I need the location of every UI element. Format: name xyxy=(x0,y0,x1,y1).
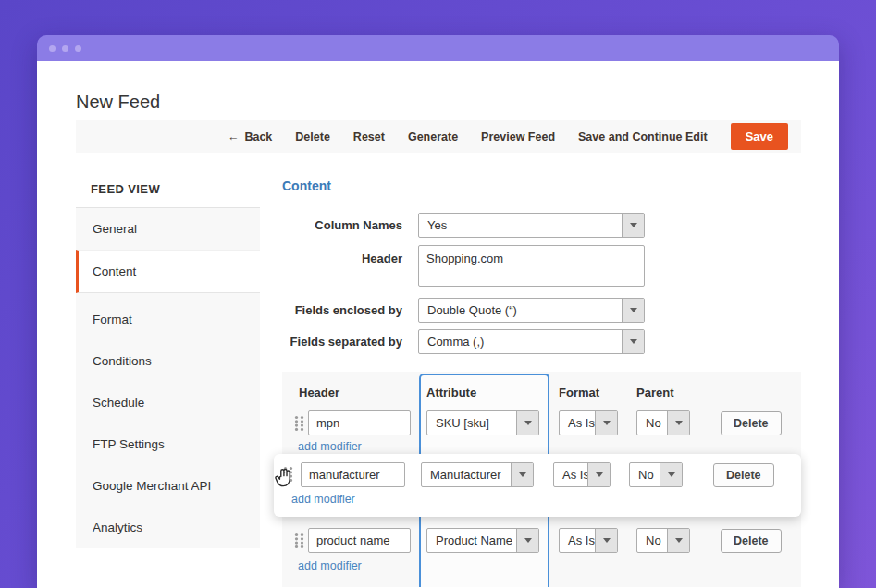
sidebar-nav: General Content Format Conditions Schedu… xyxy=(76,208,260,548)
fields-separated-row: Fields separated by Comma (,) xyxy=(282,329,801,354)
app-window: New Feed ← Back Delete Reset Generate Pr… xyxy=(37,35,839,588)
row-delete-button[interactable]: Delete xyxy=(721,411,782,435)
row-format-select[interactable]: As Is xyxy=(559,410,618,435)
row-attribute-select[interactable]: Product Name xyxy=(426,528,539,553)
fields-enclosed-value: Double Quote (“) xyxy=(427,303,517,317)
sidebar-item-schedule[interactable]: Schedule xyxy=(76,382,260,423)
row-format-value: As Is xyxy=(568,533,595,547)
reset-button[interactable]: Reset xyxy=(353,130,385,143)
sidebar-item-google-merchant-api[interactable]: Google Merchant API xyxy=(76,465,260,507)
column-names-row: Column Names Yes xyxy=(282,213,801,238)
chevron-down-icon xyxy=(516,529,538,552)
toolbar: ← Back Delete Reset Generate Preview Fee… xyxy=(76,120,801,153)
field-mapping-table: Header Attribute Format Parent SKU [sku]… xyxy=(282,372,801,587)
sidebar-item-analytics[interactable]: Analytics xyxy=(76,507,260,548)
sidebar-item-format[interactable]: Format xyxy=(76,299,260,340)
row-attribute-value: SKU [sku] xyxy=(436,416,489,430)
row-header-input[interactable] xyxy=(308,410,411,435)
window-titlebar xyxy=(37,35,839,61)
fields-enclosed-select[interactable]: Double Quote (“) xyxy=(418,298,645,323)
fields-separated-label: Fields separated by xyxy=(282,335,402,349)
row-format-select[interactable]: As Is xyxy=(553,462,611,487)
window-dot-icon xyxy=(75,45,81,52)
row-parent-select[interactable]: No xyxy=(636,528,690,553)
page-title: New Feed xyxy=(76,92,160,113)
back-button[interactable]: ← Back xyxy=(228,130,272,143)
chevron-down-icon xyxy=(516,411,538,435)
column-header-parent: Parent xyxy=(636,386,673,399)
chevron-down-icon xyxy=(587,463,610,486)
chevron-down-icon xyxy=(595,411,617,435)
column-header-header: Header xyxy=(299,386,339,399)
back-button-label: Back xyxy=(244,130,272,143)
main-content: Content Column Names Yes Header Shopping… xyxy=(282,171,801,588)
row-format-select[interactable]: As Is xyxy=(559,528,618,553)
row-parent-select[interactable]: No xyxy=(629,462,683,487)
chevron-down-icon xyxy=(622,299,644,322)
sidebar-item-conditions[interactable]: Conditions xyxy=(76,340,260,382)
chevron-down-icon xyxy=(622,214,644,237)
header-textarea[interactable]: Shopping.com xyxy=(418,245,645,287)
drag-handle-icon[interactable] xyxy=(294,533,304,549)
window-body: New Feed ← Back Delete Reset Generate Pr… xyxy=(37,61,839,588)
window-dot-icon xyxy=(62,45,68,52)
delete-button[interactable]: Delete xyxy=(295,130,330,143)
fields-enclosed-row: Fields enclosed by Double Quote (“) xyxy=(282,298,801,323)
chevron-down-icon xyxy=(660,463,682,486)
column-header-attribute: Attribute xyxy=(426,386,476,399)
grab-cursor-icon xyxy=(274,466,294,493)
row-header-input[interactable] xyxy=(308,528,411,553)
row-format-value: As Is xyxy=(562,468,589,482)
fields-separated-select[interactable]: Comma (,) xyxy=(418,329,645,354)
row-parent-value: No xyxy=(638,468,654,482)
row-attribute-select[interactable]: Manufacturer xyxy=(421,462,534,487)
preview-feed-button[interactable]: Preview Feed xyxy=(481,130,555,143)
header-row: Header Shopping.com xyxy=(282,245,801,287)
header-label: Header xyxy=(282,245,402,265)
desktop-background: New Feed ← Back Delete Reset Generate Pr… xyxy=(0,0,876,588)
row-header-input[interactable] xyxy=(301,462,405,487)
chevron-down-icon xyxy=(667,411,689,435)
sidebar-item-general[interactable]: General xyxy=(76,208,260,250)
save-and-continue-button[interactable]: Save and Continue Edit xyxy=(578,130,708,143)
row-attribute-value: Product Name xyxy=(436,533,512,547)
row-attribute-select[interactable]: SKU [sku] xyxy=(426,410,539,435)
fields-enclosed-label: Fields enclosed by xyxy=(282,303,402,317)
chevron-down-icon xyxy=(595,529,617,552)
back-arrow-icon: ← xyxy=(228,130,240,143)
chevron-down-icon xyxy=(622,330,644,353)
column-names-select[interactable]: Yes xyxy=(418,213,645,238)
column-header-format: Format xyxy=(559,386,599,399)
window-dot-icon xyxy=(49,45,56,52)
add-modifier-link[interactable]: add modifier xyxy=(298,559,362,572)
row-parent-value: No xyxy=(646,533,661,547)
row-parent-select[interactable]: No xyxy=(636,410,690,435)
generate-button[interactable]: Generate xyxy=(408,130,458,143)
add-modifier-link[interactable]: add modifier xyxy=(298,440,362,453)
sidebar: FEED VIEW General Content Format Conditi… xyxy=(76,171,260,548)
drag-handle-icon[interactable] xyxy=(294,415,304,432)
row-attribute-value: Manufacturer xyxy=(430,468,501,482)
chevron-down-icon xyxy=(667,529,689,552)
sidebar-item-content[interactable]: Content xyxy=(76,250,260,293)
row-delete-button[interactable]: Delete xyxy=(713,463,774,487)
row-format-value: As Is xyxy=(568,416,595,430)
row-delete-button[interactable]: Delete xyxy=(721,529,782,553)
add-modifier-link[interactable]: add modifier xyxy=(291,493,355,506)
row-parent-value: No xyxy=(646,416,661,430)
save-button[interactable]: Save xyxy=(731,123,788,150)
fields-separated-value: Comma (,) xyxy=(427,335,484,349)
dragged-row-card[interactable]: Manufacturer As Is No Delete add modif xyxy=(274,454,801,517)
chevron-down-icon xyxy=(511,463,533,486)
sidebar-header: FEED VIEW xyxy=(76,171,260,208)
sidebar-item-ftp-settings[interactable]: FTP Settings xyxy=(76,423,260,465)
column-names-value: Yes xyxy=(427,218,447,232)
content-section-title: Content xyxy=(282,178,801,193)
column-names-label: Column Names xyxy=(282,218,402,232)
